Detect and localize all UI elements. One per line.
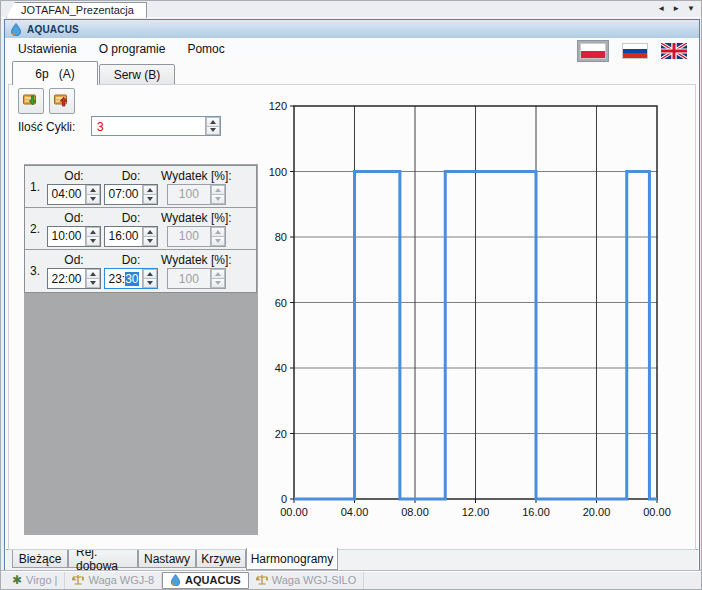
scroll-right-icon[interactable]: ► — [672, 4, 680, 13]
svg-text:00.00: 00.00 — [280, 506, 308, 518]
bottom-tab-strip: Bieżące Rej. dobowa Nastawy Krzywe Harmo… — [6, 549, 698, 571]
svg-text:80: 80 — [275, 231, 287, 243]
uk-flag-icon[interactable] — [661, 43, 687, 59]
od-column: Od: 04:00 — [47, 169, 101, 205]
taskbar-item-waga-wgj-silo[interactable]: Waga WGJ-SILO — [249, 572, 365, 589]
row-number: 3. — [30, 264, 47, 278]
write-to-device-button[interactable] — [49, 88, 75, 114]
row-number: 1. — [30, 180, 47, 194]
do-time-value: 23:30 — [105, 269, 142, 288]
od-column: Od: 10:00 — [47, 211, 101, 247]
menu-pomoc[interactable]: Pomoc — [179, 40, 232, 58]
od-time-input[interactable]: 22:00 — [47, 268, 101, 289]
cycle-row-1: 1. Od: 04:00 Do: 07:00 — [25, 166, 256, 208]
tab-harmonogramy[interactable]: Harmonogramy — [246, 548, 338, 570]
menu-ustawienia[interactable]: Ustawienia — [10, 40, 85, 58]
cycles-count-label: Ilość Cykli: — [18, 120, 75, 134]
wydatek-column: Wydatek [%]: 100 — [161, 253, 232, 289]
wydatek-column: Wydatek [%]: 100 — [161, 211, 232, 247]
do-spinner[interactable] — [142, 185, 157, 204]
od-time-value: 22:00 — [48, 269, 85, 288]
do-header: Do: — [122, 211, 141, 226]
taskbar-item-virgo[interactable]: ✱ Virgo | — [5, 572, 65, 589]
tab-list-dropdown-icon[interactable]: ▼ — [687, 4, 695, 13]
do-time-input-focused[interactable]: 23:30 — [104, 268, 158, 289]
application-frame: JOTAFAN_Prezentacja ◄ ► ▼ AQUACUS Ustawi… — [0, 0, 702, 590]
flag-poland-selected[interactable] — [577, 40, 609, 62]
svg-text:08.00: 08.00 — [401, 506, 429, 518]
schedule-chart: 02040608010012000.0004.0008.0012.0016.00… — [264, 96, 674, 526]
od-time-value: 04:00 — [48, 185, 85, 204]
tab-biezace[interactable]: Bieżące — [12, 550, 68, 568]
pinwheel-icon: ✱ — [12, 574, 22, 586]
tab-nastawy[interactable]: Nastawy — [138, 550, 196, 568]
svg-text:60: 60 — [275, 297, 287, 309]
tab-serw-b[interactable]: Serw (B) — [99, 64, 175, 85]
cycles-count-spinner[interactable] — [205, 117, 220, 135]
document-tab[interactable]: JOTAFAN_Prezentacja — [6, 2, 147, 18]
window-title: AQUACUS — [27, 24, 79, 35]
cycles-rows-box: 1. Od: 04:00 Do: 07:00 — [24, 165, 257, 293]
do-header: Do: — [122, 169, 141, 184]
od-spinner[interactable] — [85, 227, 100, 246]
taskbar-item-waga-wgj8[interactable]: Waga WGJ-8 — [65, 572, 162, 589]
do-spinner[interactable] — [142, 269, 157, 288]
od-time-input[interactable]: 10:00 — [47, 226, 101, 247]
application-taskbar: ✱ Virgo | Waga WGJ-8 AQUACUS Waga WGJ-SI… — [1, 570, 701, 589]
cycles-count-input[interactable]: 3 — [91, 116, 221, 136]
cycles-panel: 1. Od: 04:00 Do: 07:00 — [24, 164, 258, 535]
wydatek-spinner — [210, 269, 225, 288]
do-spinner[interactable] — [142, 227, 157, 246]
russia-flag-icon[interactable] — [622, 43, 648, 59]
do-time-prefix: 23: — [108, 272, 125, 286]
cycle-row-2: 2. Od: 10:00 Do: 16:00 — [25, 208, 256, 250]
scale-icon — [256, 574, 268, 586]
taskbar-item-aquacus[interactable]: AQUACUS — [162, 572, 249, 589]
wydatek-input-disabled: 100 — [167, 226, 226, 247]
od-header: Od: — [64, 169, 83, 184]
do-column: Do: 23:30 — [104, 253, 158, 289]
od-time-input[interactable]: 04:00 — [47, 184, 101, 205]
wydatek-header: Wydatek [%]: — [161, 169, 232, 184]
cycles-count-value: 3 — [92, 117, 205, 135]
cycle-row-3: 3. Od: 22:00 Do: 23:30 — [25, 250, 256, 292]
wydatek-value: 100 — [168, 269, 210, 288]
do-time-input[interactable]: 07:00 — [104, 184, 158, 205]
harmonogram-tab-page: Ilość Cykli: 3 1. Od: 04:00 — [8, 84, 696, 550]
wydatek-column: Wydatek [%]: 100 — [161, 169, 232, 205]
aquacus-window: AQUACUS Ustawienia O programie Pomoc 6p … — [4, 19, 700, 571]
od-time-value: 10:00 — [48, 227, 85, 246]
tab-krzywe[interactable]: Krzywe — [196, 550, 246, 568]
scroll-left-icon[interactable]: ◄ — [657, 4, 665, 13]
upload-icon — [53, 92, 71, 110]
wydatek-header: Wydatek [%]: — [161, 211, 232, 226]
svg-text:0: 0 — [281, 493, 287, 505]
svg-text:04.00: 04.00 — [341, 506, 369, 518]
do-time-input[interactable]: 16:00 — [104, 226, 158, 247]
do-column: Do: 16:00 — [104, 211, 158, 247]
do-time-value: 16:00 — [105, 227, 142, 246]
svg-text:120: 120 — [269, 100, 287, 112]
read-from-device-button[interactable] — [18, 88, 44, 114]
wydatek-spinner — [210, 227, 225, 246]
od-header: Od: — [64, 253, 83, 268]
document-tab-strip: JOTAFAN_Prezentacja ◄ ► ▼ — [1, 1, 701, 18]
wydatek-header: Wydatek [%]: — [161, 253, 232, 268]
od-spinner[interactable] — [85, 185, 100, 204]
wydatek-value: 100 — [168, 185, 210, 204]
svg-text:00.00: 00.00 — [643, 506, 671, 518]
od-spinner[interactable] — [85, 269, 100, 288]
do-header: Do: — [122, 253, 141, 268]
menu-o-programie[interactable]: O programie — [91, 40, 174, 58]
tab-6p-a[interactable]: 6p (A) — [12, 61, 98, 85]
wydatek-value: 100 — [168, 227, 210, 246]
download-icon — [22, 92, 40, 110]
tab-rej-dobowa[interactable]: Rej. dobowa — [68, 550, 138, 568]
droplet-icon — [10, 23, 22, 36]
taskbar-item-label: AQUACUS — [185, 574, 241, 586]
wydatek-input-disabled: 100 — [167, 268, 226, 289]
od-column: Od: 22:00 — [47, 253, 101, 289]
svg-text:20.00: 20.00 — [583, 506, 611, 518]
taskbar-item-label: Virgo | — [26, 574, 57, 586]
wydatek-input-disabled: 100 — [167, 184, 226, 205]
